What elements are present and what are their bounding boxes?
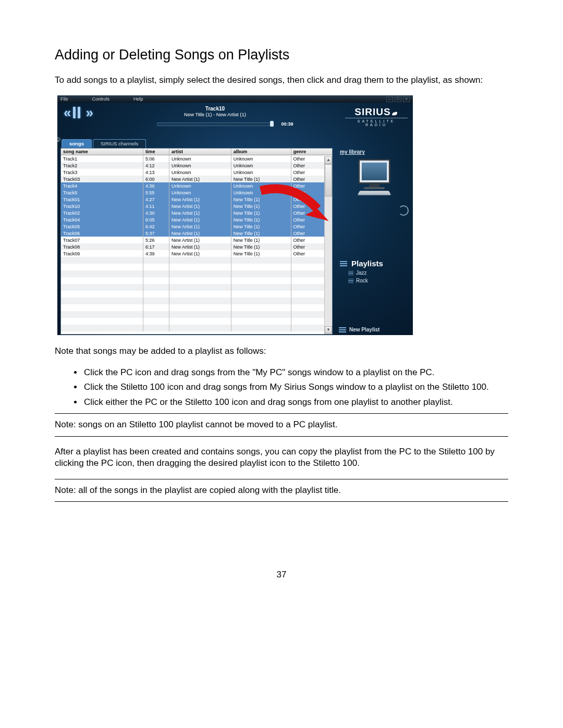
progress-bar[interactable]: 00:39 [157,122,273,126]
cell-time [143,325,169,331]
cell-album [231,264,291,270]
cell-time: 6:05 [143,216,169,223]
minimize-icon[interactable]: – [386,96,393,102]
table-row[interactable]: Track55:55UnknownUnknownOther [61,189,332,196]
playlist-icon [339,327,346,332]
my-library-link[interactable]: my library [340,149,409,155]
cell-artist [169,298,231,304]
tab-songs[interactable]: songs [62,139,92,148]
menu-file[interactable]: File [60,96,68,102]
cell-time [143,277,169,284]
volume-slider[interactable]: 🔊 [57,137,60,143]
note-2: Note: all of the songs in the playlist a… [55,479,508,502]
cell-time: 4:12 [143,162,169,169]
table-row[interactable]: Track34:13UnknownUnknownOther [61,169,332,176]
table-row [61,257,332,264]
scroll-down-icon[interactable]: ▼ [325,326,332,334]
intro-text: To add songs to a playlist, simply selec… [55,75,508,86]
tab-sirius-channels[interactable]: SIRIUS channels [93,139,146,148]
playlist-icon [348,271,353,276]
bullet-item: Click the Stiletto 100 icon and drag son… [83,381,508,393]
cell-artist: Unknown [169,189,231,196]
cell-time: 6:00 [143,176,169,182]
table-row[interactable]: Track44:36UnknownUnknownOther [61,182,332,189]
cell-name [61,270,143,277]
pc-icon[interactable] [351,159,398,196]
col-name[interactable]: song name [61,149,143,155]
col-artist[interactable]: artist [169,149,231,155]
close-icon[interactable]: × [403,96,410,102]
cell-name [61,298,143,304]
cell-time [143,270,169,277]
prev-button[interactable]: « [64,106,68,119]
table-row[interactable]: Track104:11New Artist (1)New Title (1)Ot… [61,203,332,209]
table-row[interactable]: Track065:37New Artist (1)New Title (1)Ot… [61,230,332,237]
cell-time: 4:11 [143,203,169,209]
table-row[interactable]: Track024:30New Artist (1)New Title (1)Ot… [61,209,332,216]
cell-album: Unknown [231,169,291,176]
col-album[interactable]: album [231,149,291,155]
maximize-icon[interactable]: □ [395,96,401,102]
cell-name: Track02 [61,209,143,216]
bullet-list: Click the PC icon and drag songs from th… [55,367,508,408]
col-genre[interactable]: genre [291,149,333,155]
cell-album: New Title (1) [231,216,291,223]
cell-album: New Title (1) [231,196,291,203]
playlist-item[interactable]: Rock [348,278,409,283]
cell-time [143,311,169,318]
next-button[interactable]: » [85,106,90,119]
table-row[interactable]: Track046:05New Artist (1)New Title (1)Ot… [61,216,332,223]
scroll-up-icon[interactable]: ▲ [325,156,332,164]
table-row[interactable]: Track014:27New Artist (1)New Title (1)Ot… [61,196,332,203]
playlist-item[interactable]: Jazz [348,270,409,276]
playlists-header[interactable]: Playlists [340,259,409,268]
cell-artist [169,325,231,331]
cell-name [61,318,143,325]
table-row[interactable]: Track056:42New Artist (1)New Title (1)Ot… [61,223,332,230]
cell-album [231,277,291,284]
scroll-thumb[interactable] [325,164,332,196]
brand-name: SIRIUS [354,106,390,117]
table-row[interactable]: Track15:06UnknownUnknownOther [61,155,332,162]
table-row[interactable]: Track036:00New Artist (1)New Title (1)Ot… [61,176,332,182]
cell-name: Track1 [61,155,143,162]
refresh-icon[interactable] [398,205,409,216]
table-row [61,264,332,270]
cell-time: 6:42 [143,223,169,230]
cell-album: Unknown [231,162,291,169]
table-row[interactable]: Track24:12UnknownUnknownOther [61,162,332,169]
col-time[interactable]: time [143,149,169,155]
song-list: song name time artist album genre Track1… [60,148,333,335]
app-screenshot: File Controls Help – □ × « » 🔊 Track10 N… [57,95,413,335]
cell-time [143,318,169,325]
now-playing-track: Track10 [90,106,340,112]
cell-name: Track08 [61,243,143,250]
bullet-item: Click the PC icon and drag songs from th… [83,367,508,378]
table-row[interactable]: Track086:17New Artist (1)New Title (1)Ot… [61,243,332,250]
pause-button[interactable] [73,107,80,118]
cell-name [61,277,143,284]
cell-artist [169,257,231,264]
menu-help[interactable]: Help [133,96,143,102]
cell-time [143,304,169,311]
new-playlist-button[interactable]: New Playlist [339,327,380,332]
cell-album: New Title (1) [231,203,291,209]
scrollbar[interactable]: ▲ ▼ [324,156,332,334]
cell-time: 5:06 [143,155,169,162]
cell-album: Unknown [231,182,291,189]
cell-time [143,284,169,291]
cell-name: Track09 [61,250,143,257]
cell-name: Track2 [61,162,143,169]
table-row[interactable]: Track094:39New Artist (1)New Title (1)Ot… [61,250,332,257]
cell-artist: New Artist (1) [169,216,231,223]
menu-controls[interactable]: Controls [92,96,110,102]
cell-artist: New Artist (1) [169,203,231,209]
column-headers[interactable]: song name time artist album genre [61,149,332,155]
sirius-logo: SIRIUS SATELLITE RADIO [340,103,413,127]
cell-album [231,311,291,318]
cell-album: Unknown [231,189,291,196]
table-row[interactable]: Track075:26New Artist (1)New Title (1)Ot… [61,237,332,243]
table-row [61,298,332,304]
table-row [61,325,332,331]
cell-name [61,284,143,291]
